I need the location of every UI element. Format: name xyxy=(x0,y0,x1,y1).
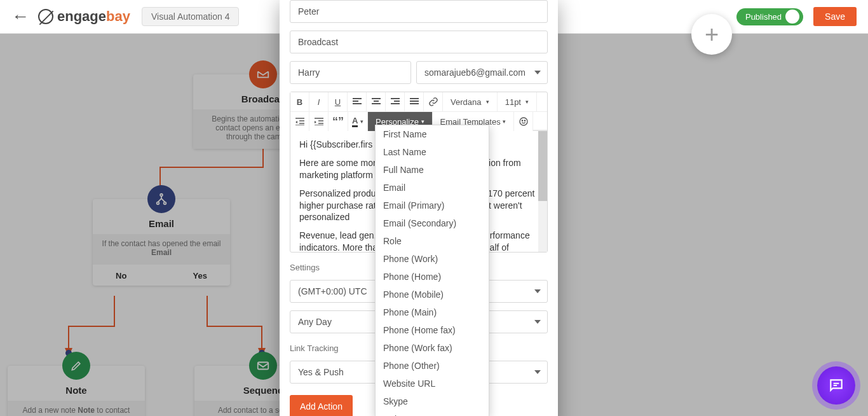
personalize-option[interactable]: Role xyxy=(376,232,489,250)
personalize-option[interactable]: Twitter xyxy=(376,410,489,416)
align-left-button[interactable] xyxy=(348,92,367,111)
personalize-option[interactable]: Email xyxy=(376,179,489,197)
personalize-option[interactable]: Email (Secondary) xyxy=(376,214,489,232)
personalize-option[interactable]: Email (Primary) xyxy=(376,197,489,214)
chevron-down-icon: ▾ xyxy=(526,99,529,105)
personalize-option[interactable]: Website URL xyxy=(376,375,489,392)
subject-input[interactable] xyxy=(290,31,548,53)
align-right-button[interactable] xyxy=(386,92,405,111)
personalize-option[interactable]: Phone (Home fax) xyxy=(376,321,489,339)
from-name-input[interactable] xyxy=(290,0,548,23)
logo-text-1: engage xyxy=(57,8,106,25)
logo-glyph-icon xyxy=(38,9,53,24)
plus-icon: + xyxy=(705,21,719,48)
underline-button[interactable]: U xyxy=(329,92,348,111)
svg-point-12 xyxy=(522,120,522,121)
italic-button[interactable]: I xyxy=(309,92,329,111)
align-center-button[interactable] xyxy=(367,92,386,111)
personalize-dropdown[interactable]: First NameLast NameFull NameEmailEmail (… xyxy=(375,125,489,416)
align-justify-button[interactable] xyxy=(405,92,424,111)
published-toggle[interactable]: Published xyxy=(736,8,803,25)
personalize-option[interactable]: Last Name xyxy=(376,143,489,161)
emoji-button[interactable] xyxy=(514,112,533,131)
personalize-option[interactable]: Full Name xyxy=(376,161,489,179)
published-label: Published xyxy=(745,12,782,22)
back-arrow-icon[interactable]: ← xyxy=(11,6,29,27)
blockquote-button[interactable]: “” xyxy=(329,112,348,131)
font-size-select[interactable]: 11pt ▾ xyxy=(498,92,538,111)
personalize-option[interactable]: Skype xyxy=(376,392,489,410)
chat-icon xyxy=(828,377,844,394)
personalize-option[interactable]: Phone (Mobile) xyxy=(376,286,489,303)
personalize-option[interactable]: First Name xyxy=(376,125,489,143)
font-family-select[interactable]: Verdana ▾ xyxy=(443,92,498,111)
workflow-name-badge[interactable]: Visual Automation 4 xyxy=(142,7,240,26)
editor-scroll-thumb[interactable] xyxy=(538,131,547,201)
reply-name-input[interactable] xyxy=(290,61,411,84)
engagebay-logo[interactable]: engagebay xyxy=(38,8,130,25)
personalize-option[interactable]: Phone (Home) xyxy=(376,268,489,286)
personalize-option[interactable]: Phone (Work) xyxy=(376,250,489,268)
indent-button[interactable] xyxy=(309,112,329,131)
add-action-button[interactable]: Add Action xyxy=(290,395,353,416)
svg-point-11 xyxy=(520,118,527,125)
personalize-option[interactable]: Phone (Work fax) xyxy=(376,339,489,357)
svg-point-13 xyxy=(524,120,525,121)
add-node-button[interactable]: + xyxy=(691,14,732,55)
chevron-down-icon: ▾ xyxy=(486,99,489,105)
text-color-button[interactable]: A ▾ xyxy=(348,112,368,131)
toggle-knob-icon xyxy=(785,10,799,24)
outdent-button[interactable] xyxy=(290,112,309,131)
chevron-down-icon: ▾ xyxy=(421,118,424,125)
chat-fab[interactable] xyxy=(817,366,855,405)
editor-scrollbar[interactable] xyxy=(538,131,547,252)
logo-text-2: bay xyxy=(106,8,130,25)
chevron-down-icon: ▾ xyxy=(503,118,506,125)
save-button[interactable]: Save xyxy=(813,7,857,26)
link-button[interactable] xyxy=(424,92,443,111)
bold-button[interactable]: B xyxy=(290,92,309,111)
personalize-option[interactable]: Phone (Main) xyxy=(376,303,489,321)
reply-email-select[interactable]: somarajueb6@gmail.com xyxy=(416,61,548,84)
personalize-option[interactable]: Phone (Other) xyxy=(376,357,489,375)
